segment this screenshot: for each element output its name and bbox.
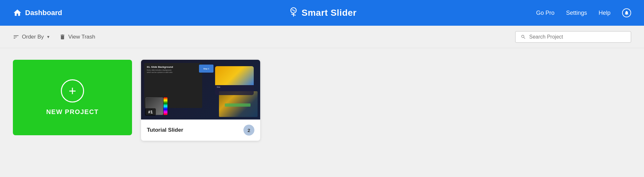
settings-link[interactable]: Settings [566, 10, 587, 16]
thumbnail-green-bar [225, 103, 251, 107]
thumbnail-overlay-card: Slide [215, 66, 254, 95]
thumbnail-badge: #1 [145, 108, 156, 116]
new-project-label: NEW PROJECT [46, 108, 99, 116]
toolbar-right [515, 31, 631, 43]
header: Dashboard Smart Slider Go Pro Settings H… [0, 0, 644, 26]
plus-circle-icon: + [61, 79, 84, 102]
project-card-footer: Tutorial Slider 2 [141, 119, 260, 141]
header-nav: Go Pro Settings Help [536, 8, 631, 17]
bell-icon [624, 10, 629, 15]
thumbnail-slide-body: Every slide includes a background,which … [147, 69, 200, 74]
search-icon [521, 34, 526, 40]
dashboard-label: Dashboard [25, 9, 62, 17]
search-box[interactable] [515, 31, 631, 43]
logo-text: Smart Slider [302, 8, 357, 18]
new-project-card[interactable]: + NEW PROJECT [13, 60, 132, 135]
help-link[interactable]: Help [599, 10, 611, 16]
project-card[interactable]: 01. Slide Background Every slide include… [141, 60, 260, 141]
toolbar: Order By ▼ View Trash [0, 26, 644, 48]
view-trash-button[interactable]: View Trash [59, 34, 95, 40]
project-thumbnail: 01. Slide Background Every slide include… [141, 60, 260, 119]
thumbnail-overlay-text: Slide [217, 86, 252, 88]
home-icon [13, 8, 22, 17]
thumbnail-slide-title: 01. Slide Background [147, 66, 200, 68]
thumbnail-overlay-image [215, 66, 254, 85]
thumbnail-color-bar [164, 97, 167, 115]
trash-icon [59, 34, 66, 40]
search-input[interactable] [529, 34, 626, 40]
order-by-label: Order By [22, 34, 44, 40]
notifications-bell-icon[interactable] [622, 8, 631, 17]
chevron-down-icon: ▼ [46, 35, 50, 39]
go-pro-link[interactable]: Go Pro [536, 10, 554, 16]
view-trash-label: View Trash [68, 34, 95, 40]
slide-count-badge: 2 [243, 125, 254, 136]
order-by-icon [13, 34, 19, 40]
thumbnail-overlay-bottom: Slide [215, 85, 254, 89]
order-by-button[interactable]: Order By ▼ [13, 34, 50, 40]
projects-grid: + NEW PROJECT 01. Slide Background Every… [0, 48, 644, 152]
thumbnail-blue-block: Step 1 [199, 65, 213, 73]
project-name: Tutorial Slider [147, 127, 183, 133]
smart-slider-logo-icon [288, 7, 300, 19]
toolbar-left: Order By ▼ View Trash [13, 34, 95, 40]
logo: Smart Slider [288, 7, 357, 19]
dashboard-link[interactable]: Dashboard [13, 8, 62, 17]
